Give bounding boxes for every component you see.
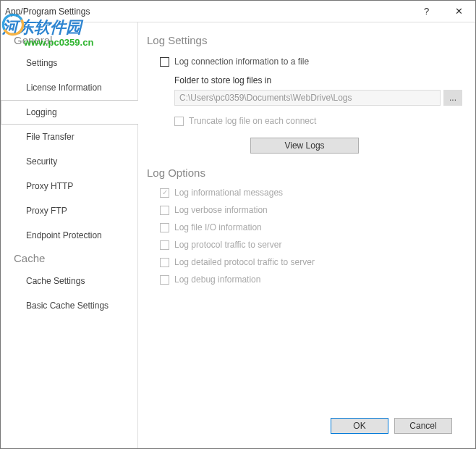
titlebar: App/Program Settings ? ✕ <box>1 1 475 22</box>
opt-informational-checkbox: ✓ <box>160 188 169 198</box>
body: General Settings License Information Log… <box>1 22 475 448</box>
opt-verbose-checkbox <box>160 206 169 215</box>
folder-label: Folder to store log files in <box>174 75 462 85</box>
sidebar-item-label: Security <box>26 156 57 167</box>
sidebar-item-label: Logging <box>26 107 57 117</box>
opt-debug-checkbox <box>160 275 169 285</box>
sidebar-item-basic-cache-settings[interactable]: Basic Cache Settings <box>1 293 138 318</box>
ellipsis-icon: ... <box>449 93 456 103</box>
sidebar-group-cache: Cache <box>1 248 137 269</box>
opt-detailed-protocol-checkbox <box>160 258 169 267</box>
log-to-file-checkbox[interactable] <box>160 57 169 67</box>
opt-debug-label: Log debug information <box>174 274 260 285</box>
log-settings-heading: Log Settings <box>147 34 462 46</box>
ok-button[interactable]: OK <box>331 418 388 434</box>
log-options-block: ✓ Log informational messages Log verbose… <box>147 186 462 292</box>
opt-file-io-checkbox <box>160 223 169 232</box>
spacer <box>147 292 462 411</box>
opt-file-io-label: Log file I/O information <box>174 222 262 232</box>
help-button[interactable]: ? <box>410 1 443 22</box>
folder-path-input[interactable]: C:\Users\pc0359\Documents\WebDrive\Logs <box>174 90 441 106</box>
sidebar-item-file-transfer[interactable]: File Transfer <box>1 125 138 149</box>
opt-informational-label: Log informational messages <box>174 188 283 198</box>
close-button[interactable]: ✕ <box>443 1 475 22</box>
sidebar-item-label: License Information <box>26 83 102 93</box>
truncate-checkbox <box>174 117 184 126</box>
sidebar-item-label: Proxy FTP <box>26 206 67 216</box>
opt-verbose-row: Log verbose information <box>160 205 462 215</box>
sidebar: General Settings License Information Log… <box>1 22 138 448</box>
view-logs-label: View Logs <box>284 140 324 151</box>
cancel-label: Cancel <box>409 421 436 431</box>
opt-detailed-protocol-label: Log detailed protocol traffic to server <box>174 257 315 267</box>
cancel-button[interactable]: Cancel <box>394 418 452 434</box>
sidebar-item-license-information[interactable]: License Information <box>1 75 138 100</box>
help-icon: ? <box>424 6 429 17</box>
sidebar-item-label: File Transfer <box>26 132 75 142</box>
footer: OK Cancel <box>147 411 462 442</box>
view-logs-row: View Logs <box>147 138 462 154</box>
sidebar-item-logging[interactable]: Logging <box>1 100 138 125</box>
sidebar-item-label: Proxy HTTP <box>26 181 73 191</box>
log-options-heading: Log Options <box>147 167 462 179</box>
sidebar-item-proxy-ftp[interactable]: Proxy FTP <box>1 198 138 223</box>
sidebar-item-label: Cache Settings <box>26 276 85 286</box>
log-to-file-label: Log connection information to a file <box>174 56 309 67</box>
sidebar-item-label: Endpoint Protection <box>26 230 102 240</box>
opt-protocol-label: Log protocol traffic to server <box>174 240 282 250</box>
sidebar-item-settings[interactable]: Settings <box>1 51 138 75</box>
sidebar-group-general: General <box>1 30 137 51</box>
truncate-label: Truncate log file on each connect <box>189 116 316 126</box>
opt-detailed-protocol-row: Log detailed protocol traffic to server <box>160 257 462 267</box>
opt-file-io-row: Log file I/O information <box>160 222 462 232</box>
sidebar-item-proxy-http[interactable]: Proxy HTTP <box>1 174 138 198</box>
window-title: App/Program Settings <box>5 7 410 17</box>
sidebar-item-security[interactable]: Security <box>1 149 138 174</box>
opt-debug-row: Log debug information <box>160 274 462 285</box>
close-icon: ✕ <box>455 6 463 17</box>
truncate-row: Truncate log file on each connect <box>174 116 462 126</box>
log-to-file-row[interactable]: Log connection information to a file <box>160 56 462 67</box>
sidebar-item-label: Basic Cache Settings <box>26 301 109 311</box>
opt-protocol-checkbox <box>160 240 169 250</box>
titlebar-controls: ? ✕ <box>410 1 475 22</box>
settings-window: App/Program Settings ? ✕ 河东软件园 www.pc035… <box>0 0 476 449</box>
opt-verbose-label: Log verbose information <box>174 205 268 215</box>
opt-protocol-row: Log protocol traffic to server <box>160 240 462 250</box>
main-panel: Log Settings Log connection information … <box>138 22 475 448</box>
sidebar-item-cache-settings[interactable]: Cache Settings <box>1 269 138 293</box>
view-logs-button[interactable]: View Logs <box>250 138 359 154</box>
ok-label: OK <box>353 421 365 431</box>
folder-path-row: C:\Users\pc0359\Documents\WebDrive\Logs … <box>174 90 462 106</box>
sidebar-item-label: Settings <box>26 58 57 68</box>
browse-button[interactable]: ... <box>443 90 462 106</box>
sidebar-item-endpoint-protection[interactable]: Endpoint Protection <box>1 223 138 248</box>
opt-informational-row: ✓ Log informational messages <box>160 188 462 198</box>
